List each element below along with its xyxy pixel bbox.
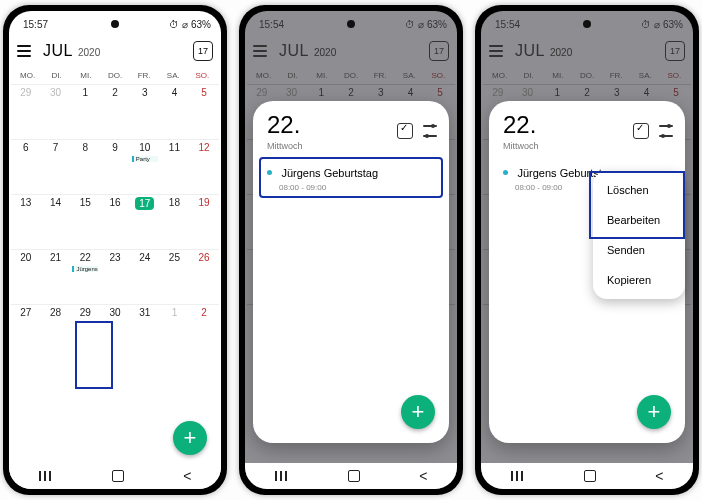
day-cell[interactable]: 18 <box>160 194 190 249</box>
home-icon[interactable] <box>112 470 124 482</box>
dow-label: MO. <box>13 71 42 80</box>
day-cell[interactable]: 28 <box>41 304 71 359</box>
day-cell[interactable]: 25 <box>160 249 190 304</box>
dow-row: MO.DI.MI.DO.FR.SA.SO. <box>245 65 457 84</box>
status-time: 15:57 <box>23 19 48 30</box>
alarm-icon: ⏱ <box>641 19 651 30</box>
day-cell[interactable]: 30 <box>100 304 130 359</box>
menu-item-löschen[interactable]: Löschen <box>593 175 685 205</box>
day-cell[interactable]: 21 <box>41 249 71 304</box>
status-time: 15:54 <box>495 19 520 30</box>
alarm-icon: ⏱ <box>169 19 179 30</box>
day-cell[interactable]: 2 <box>100 84 130 139</box>
header-month[interactable]: JUL <box>43 42 73 60</box>
camera-hole <box>111 20 119 28</box>
day-cell[interactable]: 13 <box>11 194 41 249</box>
today-icon[interactable]: 17 <box>193 41 213 61</box>
battery-text: 63% <box>663 19 683 30</box>
status-time: 15:54 <box>259 19 284 30</box>
day-cell[interactable]: 11 <box>160 139 190 194</box>
menu-item-senden[interactable]: Senden <box>593 235 685 265</box>
day-cell[interactable]: 20 <box>11 249 41 304</box>
dow-label: FR. <box>366 71 395 80</box>
day-cell[interactable]: 30 <box>41 84 71 139</box>
day-detail-card: 22. Mittwoch Jürgens Geburtstag 08:00 - … <box>253 101 449 443</box>
dow-label: SO. <box>424 71 453 80</box>
dow-label: MO. <box>249 71 278 80</box>
day-cell[interactable]: 29 <box>70 304 100 359</box>
menu-icon[interactable] <box>489 45 503 57</box>
day-cell[interactable]: 31 <box>130 304 160 359</box>
calendar-header: JUL 2020 17 <box>481 35 693 65</box>
event-row[interactable]: Jürgens Geburtstag 08:00 - 09:00 <box>261 159 441 196</box>
dow-label: SO. <box>188 71 217 80</box>
back-icon[interactable]: < <box>419 468 427 484</box>
home-icon[interactable] <box>584 470 596 482</box>
day-cell[interactable]: 15 <box>70 194 100 249</box>
recents-icon[interactable] <box>275 471 289 481</box>
dow-label: MO. <box>485 71 514 80</box>
month-grid[interactable]: 293012345678910Party11121314151617181920… <box>9 84 221 359</box>
menu-item-bearbeiten[interactable]: Bearbeiten <box>593 205 685 235</box>
add-event-fab[interactable]: + <box>173 421 207 455</box>
dow-label: SO. <box>660 71 689 80</box>
home-icon[interactable] <box>348 470 360 482</box>
day-cell[interactable]: 6 <box>11 139 41 194</box>
note-icon[interactable] <box>633 123 649 139</box>
day-cell[interactable]: 17 <box>130 194 160 249</box>
day-cell[interactable]: 9 <box>100 139 130 194</box>
battery-text: 63% <box>427 19 447 30</box>
day-cell[interactable]: 26 <box>189 249 219 304</box>
mute-icon: ⌀ <box>654 19 660 30</box>
settings-icon[interactable] <box>423 125 437 137</box>
day-cell[interactable]: 5 <box>189 84 219 139</box>
day-cell[interactable]: 1 <box>160 304 190 359</box>
back-icon[interactable]: < <box>183 468 191 484</box>
menu-item-kopieren[interactable]: Kopieren <box>593 265 685 295</box>
recents-icon[interactable] <box>39 471 53 481</box>
day-cell[interactable]: 12 <box>189 139 219 194</box>
add-event-fab[interactable]: + <box>637 395 671 429</box>
camera-hole <box>583 20 591 28</box>
detail-dow: Mittwoch <box>489 141 685 153</box>
day-cell[interactable]: 4 <box>160 84 190 139</box>
day-detail-card: 22. Mittwoch Jürgens Geburtstag 08:00 - … <box>489 101 685 443</box>
day-cell[interactable]: 23 <box>100 249 130 304</box>
dow-label: MI. <box>307 71 336 80</box>
day-cell[interactable]: 14 <box>41 194 71 249</box>
detail-dow: Mittwoch <box>253 141 449 153</box>
menu-icon[interactable] <box>17 45 31 57</box>
day-cell[interactable]: 3 <box>130 84 160 139</box>
day-cell[interactable]: 19 <box>189 194 219 249</box>
header-month: JUL <box>515 42 545 60</box>
plus-icon: + <box>648 399 661 425</box>
day-cell[interactable]: 7 <box>41 139 71 194</box>
day-cell[interactable]: 29 <box>11 84 41 139</box>
day-cell[interactable]: 27 <box>11 304 41 359</box>
day-cell[interactable]: 24 <box>130 249 160 304</box>
day-cell[interactable]: 22Jürgens Ge <box>70 249 100 304</box>
add-event-fab[interactable]: + <box>401 395 435 429</box>
day-cell[interactable]: 1 <box>70 84 100 139</box>
today-icon[interactable]: 17 <box>665 41 685 61</box>
day-cell[interactable]: 10Party <box>130 139 160 194</box>
android-nav: < <box>9 463 221 489</box>
dow-row: MO.DI.MI.DO.FR.SA.SO. <box>481 65 693 84</box>
note-icon[interactable] <box>397 123 413 139</box>
android-nav: < <box>481 463 693 489</box>
header-year: 2020 <box>314 45 336 58</box>
back-icon[interactable]: < <box>655 468 663 484</box>
mute-icon: ⌀ <box>182 19 188 30</box>
dow-label: FR. <box>602 71 631 80</box>
recents-icon[interactable] <box>511 471 525 481</box>
menu-icon[interactable] <box>253 45 267 57</box>
day-cell[interactable]: 2 <box>189 304 219 359</box>
phone-2: 15:54 ⏱ ⌀ 63% JUL 2020 17 MO.DI.MI.DO.FR… <box>239 5 463 495</box>
plus-icon: + <box>412 399 425 425</box>
today-icon[interactable]: 17 <box>429 41 449 61</box>
event-color-dot <box>267 170 272 175</box>
dow-label: DI. <box>278 71 307 80</box>
day-cell[interactable]: 8 <box>70 139 100 194</box>
settings-icon[interactable] <box>659 125 673 137</box>
day-cell[interactable]: 16 <box>100 194 130 249</box>
